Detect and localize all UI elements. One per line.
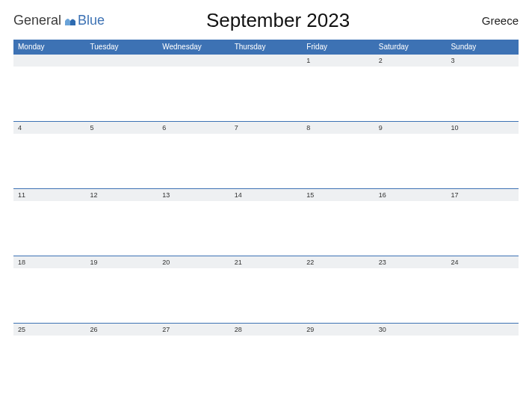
date-number: 11 [13, 191, 25, 199]
day-header-friday: Friday [302, 40, 374, 54]
date-number: 29 [302, 326, 314, 333]
calendar-cell [158, 54, 230, 121]
date-number: 22 [302, 259, 314, 266]
calendar-week: 18 19 20 21 22 23 24 [13, 256, 519, 323]
calendar-cell [86, 54, 158, 121]
calendar-cell: 8 [302, 121, 374, 188]
calendar-cell: 6 [158, 121, 230, 188]
calendar-cell: 15 [302, 188, 374, 256]
calendar-cell: 1 [302, 54, 374, 121]
day-header-tuesday: Tuesday [86, 40, 158, 54]
calendar-cell: 30 [374, 323, 447, 390]
date-number: 8 [302, 124, 310, 132]
calendar-cell: 4 [13, 121, 86, 188]
date-number: 10 [446, 124, 458, 132]
calendar-cell [446, 323, 519, 390]
calendar-cell: 5 [86, 121, 158, 188]
date-number: 16 [374, 191, 386, 199]
calendar-cell: 23 [374, 256, 447, 323]
date-number: 23 [374, 259, 386, 266]
calendar-cell: 7 [230, 121, 303, 188]
date-number: 24 [446, 259, 458, 266]
date-number: 12 [86, 191, 98, 199]
day-header-monday: Monday [13, 40, 86, 54]
date-number: 4 [13, 124, 22, 132]
day-header-saturday: Saturday [374, 40, 447, 54]
calendar-cell: 25 [13, 323, 86, 390]
calendar-days-header: Monday Tuesday Wednesday Thursday Friday… [13, 40, 519, 54]
date-number: 21 [230, 259, 242, 266]
date-number: 7 [230, 124, 238, 132]
brand-text-general: General [13, 13, 61, 28]
date-number: 27 [158, 326, 170, 333]
calendar-cell [13, 54, 86, 121]
date-number: 13 [158, 191, 170, 199]
calendar-cell: 14 [230, 188, 303, 256]
calendar-cell: 12 [86, 188, 158, 256]
date-number: 30 [374, 326, 386, 333]
calendar-week: 25 26 27 28 29 30 [13, 323, 519, 390]
calendar-cell: 17 [446, 188, 519, 256]
calendar-cell: 28 [230, 323, 303, 390]
brand-logo: General Blue [13, 13, 105, 28]
calendar-cell: 26 [86, 323, 158, 390]
calendar-cell [230, 54, 303, 121]
calendar-cell: 3 [446, 54, 519, 121]
calendar-header: General Blue September 2023 Greece [13, 9, 519, 32]
date-number: 17 [446, 191, 458, 199]
calendar-cell: 2 [374, 54, 447, 121]
date-number: 25 [13, 326, 25, 333]
calendar-title: September 2023 [97, 9, 459, 32]
date-number: 9 [374, 124, 383, 132]
calendar-cell: 18 [13, 256, 86, 323]
date-number: 14 [230, 191, 242, 199]
calendar-cell: 19 [86, 256, 158, 323]
calendar-week: 1 2 3 [13, 54, 519, 121]
date-number: 28 [230, 326, 242, 333]
date-number: 2 [374, 57, 383, 64]
date-number: 20 [158, 259, 170, 266]
calendar-week: 4 5 6 7 8 9 10 [13, 121, 519, 188]
date-number: 6 [158, 124, 166, 132]
day-header-wednesday: Wednesday [158, 40, 230, 54]
calendar-grid: Monday Tuesday Wednesday Thursday Friday… [13, 40, 519, 390]
calendar-cell: 22 [302, 256, 374, 323]
brand-wave-icon [64, 16, 76, 26]
calendar-region: Greece [459, 14, 519, 27]
calendar-cell: 27 [158, 323, 230, 390]
date-number: 15 [302, 191, 314, 199]
day-header-thursday: Thursday [230, 40, 303, 54]
calendar-week: 11 12 13 14 15 16 17 [13, 188, 519, 256]
calendar-cell: 16 [374, 188, 447, 256]
date-number: 3 [446, 57, 454, 64]
date-number: 5 [86, 124, 94, 132]
date-number: 19 [86, 259, 98, 266]
calendar-cell: 20 [158, 256, 230, 323]
date-number: 1 [302, 57, 310, 64]
calendar-cell: 9 [374, 121, 447, 188]
calendar-cell: 10 [446, 121, 519, 188]
calendar-cell: 11 [13, 188, 86, 256]
date-number: 18 [13, 259, 25, 266]
calendar-cell: 13 [158, 188, 230, 256]
calendar-cell: 29 [302, 323, 374, 390]
calendar-cell: 21 [230, 256, 303, 323]
calendar-cell: 24 [446, 256, 519, 323]
day-header-sunday: Sunday [446, 40, 519, 54]
date-number: 26 [86, 326, 98, 333]
